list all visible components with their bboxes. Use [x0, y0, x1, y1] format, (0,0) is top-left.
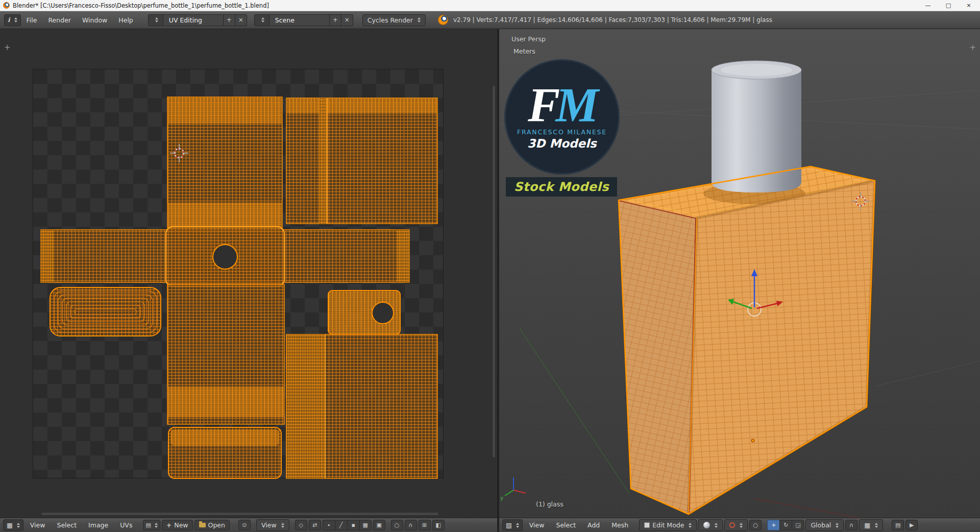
- viewport-editor-type-button[interactable]: ▧: [502, 519, 523, 531]
- uv-editor-header: ▦ View Select Image UVs ▤ + New Open ⊙ V…: [0, 518, 497, 532]
- pivot-point-selector[interactable]: [724, 519, 748, 531]
- screen-layout-selector: UV Editing + ×: [148, 14, 247, 26]
- sticky-selection-button[interactable]: ▣: [373, 520, 385, 530]
- menu-window[interactable]: Window: [77, 16, 113, 24]
- minimize-button[interactable]: —: [918, 0, 938, 11]
- uv-region-expand-icon[interactable]: +: [4, 44, 11, 51]
- blender-logo-icon: [438, 15, 448, 25]
- open-image-button[interactable]: Open: [194, 520, 230, 530]
- opengl-render-anim-button[interactable]: ▶: [905, 520, 918, 530]
- uv-menu-image[interactable]: Image: [83, 521, 113, 529]
- select-mode-island-button[interactable]: ▦: [359, 520, 372, 530]
- select-mode-vertex-button[interactable]: ∙: [323, 520, 335, 530]
- uv-editor-icon: ▦: [7, 521, 13, 529]
- new-image-label: New: [174, 521, 188, 529]
- bottle-cap[interactable]: [712, 61, 801, 192]
- scene-browse-button[interactable]: [254, 14, 270, 26]
- uv-island-front-top[interactable]: [167, 97, 282, 232]
- fm-tagline: 3D Models: [527, 137, 596, 150]
- add-layout-button[interactable]: +: [224, 14, 235, 26]
- scene-selector: Scene + ×: [254, 14, 353, 26]
- proportional-edit-button-3d[interactable]: ○: [749, 520, 762, 530]
- uv-island-back-top[interactable]: [286, 98, 437, 224]
- remove-scene-button[interactable]: ×: [341, 14, 353, 26]
- add-scene-button[interactable]: +: [330, 14, 341, 26]
- plus-icon: +: [166, 521, 172, 529]
- uv-hole-plate: [372, 302, 394, 324]
- sync-selection-icon: ⇄: [312, 522, 317, 528]
- uv-canvas[interactable]: [0, 29, 497, 518]
- uv-sync-selection-toggle[interactable]: ⇄: [309, 520, 321, 530]
- pin-image-button[interactable]: ⊙: [238, 520, 251, 530]
- maximize-button[interactable]: □: [938, 0, 959, 11]
- screen-layout-name[interactable]: UV Editing: [163, 14, 224, 26]
- translate-icon: +: [771, 522, 776, 528]
- snap-magnet-icon: ∩: [849, 522, 853, 528]
- viewport-editor-icon: ▧: [506, 521, 512, 529]
- select-mode-face-button[interactable]: ▪: [347, 520, 359, 530]
- transform-orientation-value: Global: [811, 521, 831, 529]
- uv-island-side-strip[interactable]: [41, 227, 409, 286]
- mode-selector[interactable]: Edit Mode: [639, 519, 697, 531]
- menu-render[interactable]: Render: [42, 16, 77, 24]
- face-select-icon: ▪: [351, 522, 355, 528]
- chevron-updown-icon: [14, 17, 17, 22]
- title-bar[interactable]: Blender* [C:\Users\Francesco-Fisso\Deskt…: [0, 0, 980, 11]
- opengl-render-button[interactable]: ▤: [892, 520, 904, 530]
- pivot-point-button[interactable]: ◇: [295, 520, 307, 530]
- transform-orientation-selector[interactable]: Global: [805, 519, 844, 531]
- new-image-button[interactable]: + New: [162, 520, 193, 530]
- viewport-shading-selector[interactable]: [698, 519, 723, 531]
- close-button[interactable]: ×: [959, 0, 979, 11]
- menu-file[interactable]: File: [21, 16, 43, 24]
- uv-horizontal-scrollbar[interactable]: [41, 512, 439, 516]
- uv-menu-uvs[interactable]: UVs: [115, 521, 137, 529]
- fm-letter-f: F: [528, 84, 557, 126]
- info-editor-type-button[interactable]: i: [4, 14, 21, 26]
- snap-magnet-icon: ∩: [409, 522, 413, 528]
- uv-view-dropdown-value: View: [261, 521, 277, 529]
- snap-toggle-button[interactable]: ∩: [405, 520, 417, 530]
- proportional-edit-button[interactable]: ○: [391, 520, 403, 530]
- pixel-snap-button[interactable]: ⊞: [419, 520, 431, 530]
- info-editor-icon: i: [8, 16, 10, 23]
- uv-editor-type-button[interactable]: ▦: [3, 519, 23, 531]
- uv-island-front-bottom[interactable]: [167, 284, 284, 478]
- manipulator-translate-button[interactable]: +: [767, 520, 779, 530]
- uv-island-bottom-cap[interactable]: [50, 287, 161, 336]
- snap-element-selector[interactable]: ▦: [859, 519, 883, 531]
- uv-menu-view[interactable]: View: [25, 521, 51, 529]
- render-engine-selector[interactable]: Cycles Render: [362, 14, 426, 26]
- image-browse-button[interactable]: ▤: [143, 520, 160, 530]
- remove-layout-button[interactable]: ×: [235, 14, 247, 26]
- scopes-toggle-button[interactable]: ◧: [432, 520, 445, 530]
- stock-models-banner: Stock Models: [506, 177, 617, 197]
- menu-help[interactable]: Help: [113, 16, 139, 24]
- active-object-label: (1) glass: [536, 500, 564, 508]
- vp-menu-view[interactable]: View: [524, 521, 550, 529]
- manipulator-rotate-button[interactable]: ↻: [779, 520, 792, 530]
- vp-menu-select[interactable]: Select: [551, 521, 581, 529]
- pixel-snap-icon: ⊞: [422, 522, 427, 528]
- uv-vertical-scrollbar[interactable]: [492, 85, 496, 458]
- chevron-updown-icon: [155, 523, 158, 528]
- uv-island-plate-hole[interactable]: [328, 291, 400, 334]
- snap-toggle-button-3d[interactable]: ∩: [845, 520, 857, 530]
- bottle-mesh[interactable]: [619, 61, 875, 514]
- fm-initials: F M: [528, 84, 596, 126]
- vp-menu-add[interactable]: Add: [582, 521, 605, 529]
- folder-icon: [199, 523, 206, 527]
- viewport-3d[interactable]: y F M FRANCESCO MILANESE 3D Models Stock…: [499, 29, 980, 518]
- viewport-region-expand-icon[interactable]: +: [969, 44, 976, 51]
- uv-image-editor[interactable]: +: [0, 29, 497, 518]
- edit-mode-icon: [644, 522, 650, 528]
- scene-name[interactable]: Scene: [270, 14, 330, 26]
- manipulator-scale-button[interactable]: ◲: [792, 520, 804, 530]
- uv-view-dropdown[interactable]: View: [256, 519, 289, 531]
- uv-island-back-bottom[interactable]: [286, 334, 437, 478]
- uv-menu-select[interactable]: Select: [52, 521, 82, 529]
- vp-menu-mesh[interactable]: Mesh: [606, 521, 633, 529]
- select-mode-edge-button[interactable]: ╱: [335, 520, 347, 530]
- screen-layout-browse-button[interactable]: [148, 14, 163, 26]
- fm-watermark-logo: F M FRANCESCO MILANESE 3D Models: [504, 59, 620, 175]
